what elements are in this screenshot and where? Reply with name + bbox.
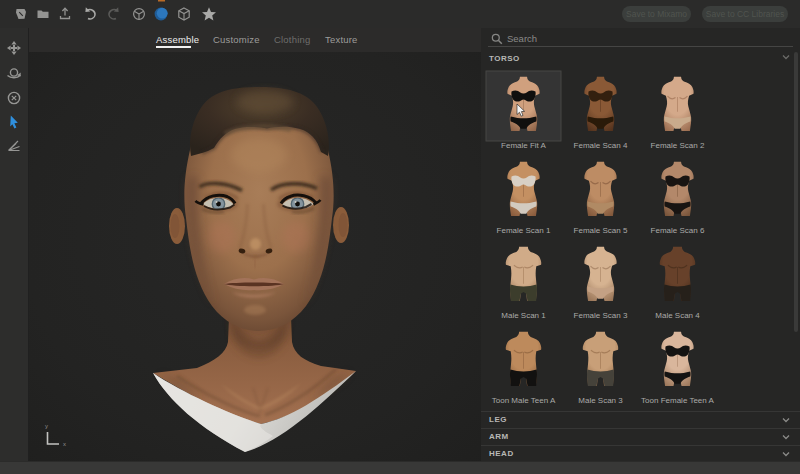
svg-text:y: y — [45, 423, 48, 429]
svg-text:x: x — [63, 441, 66, 447]
